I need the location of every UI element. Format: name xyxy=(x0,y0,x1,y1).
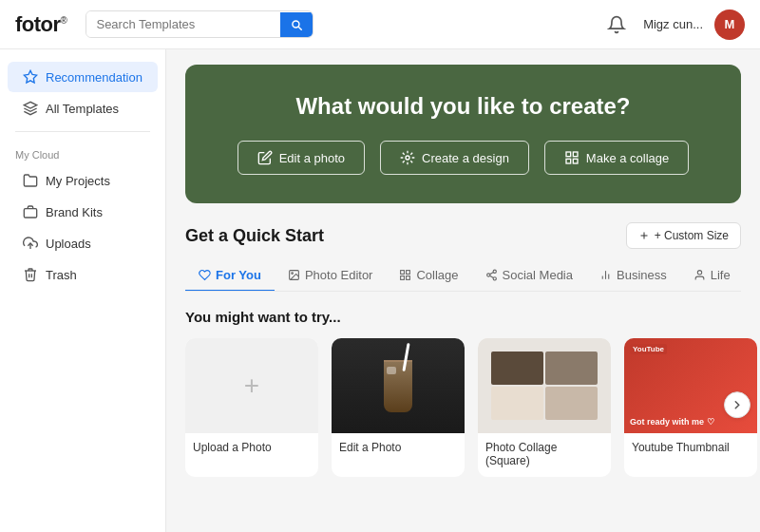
drink-illustration xyxy=(332,338,465,433)
card-image-drink xyxy=(332,338,465,433)
card-image-youtube: YouTube Got ready with me ♡ xyxy=(624,338,757,433)
tabs-bar: For You Photo Editor Collage Social Medi… xyxy=(185,260,741,292)
star-icon xyxy=(23,69,38,85)
layers-icon xyxy=(23,101,38,116)
collage-cell-4 xyxy=(545,387,598,420)
collage-cell-3 xyxy=(491,387,543,420)
edit-photo-label: Edit a photo xyxy=(279,151,345,165)
drink-ice xyxy=(387,367,396,374)
card-label-collage: Photo Collage (Square) xyxy=(478,433,611,477)
main-layout: Recommendation All Templates My Cloud My… xyxy=(0,49,760,532)
collage-cell-1 xyxy=(491,352,543,385)
quick-start-header: Get a Quick Start + Custom Size xyxy=(185,222,741,249)
svg-rect-6 xyxy=(573,152,578,157)
user-name: Migz cun... xyxy=(643,17,703,31)
sidebar-item-label: Recommendation xyxy=(46,70,142,85)
card-edit-photo[interactable]: Edit a Photo xyxy=(332,338,465,477)
hero-buttons: Edit a photo Create a design Make a coll… xyxy=(223,141,703,175)
make-collage-button[interactable]: Make a collage xyxy=(544,141,689,175)
svg-point-18 xyxy=(486,274,489,276)
card-label-upload: Upload a Photo xyxy=(185,433,318,464)
sidebar-item-label: My Projects xyxy=(46,174,110,188)
youtube-logo: YouTube xyxy=(630,344,667,354)
card-collage[interactable]: Photo Collage (Square) xyxy=(478,338,611,477)
svg-line-21 xyxy=(489,273,493,275)
card-image-collage xyxy=(478,338,611,433)
avatar[interactable]: M xyxy=(714,10,745,40)
yt-text: Got ready with me ♡ xyxy=(630,417,751,428)
tab-label: Photo Editor xyxy=(305,268,373,282)
search-button[interactable] xyxy=(280,12,313,37)
cards-row: + Upload a Photo Edit a Photo xyxy=(185,338,741,477)
sidebar-item-label: All Templates xyxy=(46,102,119,116)
drink-straw xyxy=(402,342,409,370)
main-content: What would you like to create? Edit a ph… xyxy=(166,49,760,532)
hero-section: What would you like to create? Edit a ph… xyxy=(185,65,741,203)
svg-rect-13 xyxy=(401,271,405,275)
svg-rect-15 xyxy=(401,276,405,280)
svg-point-17 xyxy=(493,270,496,273)
hero-title: What would you like to create? xyxy=(223,93,703,120)
upload-icon xyxy=(23,236,38,251)
create-design-button[interactable]: Create a design xyxy=(380,141,529,175)
logo: fotor® xyxy=(15,12,66,37)
sidebar-item-label: Uploads xyxy=(46,237,91,251)
tab-for-you[interactable]: For You xyxy=(185,260,275,292)
quick-start-title: Get a Quick Start xyxy=(185,226,324,246)
search-bar xyxy=(86,10,314,38)
svg-marker-1 xyxy=(24,102,36,108)
folder-icon xyxy=(23,173,38,188)
briefcase-icon xyxy=(23,204,38,219)
svg-point-4 xyxy=(406,156,409,160)
tab-social-media[interactable]: Social Media xyxy=(472,260,586,292)
sidebar-item-label: Brand Kits xyxy=(46,205,103,219)
svg-rect-14 xyxy=(407,271,410,275)
plus-icon: + xyxy=(244,370,259,401)
search-input[interactable] xyxy=(86,11,280,37)
svg-rect-2 xyxy=(24,209,36,218)
custom-size-label: + Custom Size xyxy=(655,229,729,242)
header: fotor® Migz cun... M xyxy=(0,0,760,49)
sidebar-section-label: My Cloud xyxy=(0,140,165,164)
card-upload-photo[interactable]: + Upload a Photo xyxy=(185,338,318,477)
tab-collage[interactable]: Collage xyxy=(386,260,471,292)
collage-grid xyxy=(484,344,605,428)
tab-label: Business xyxy=(617,268,667,282)
tab-photo-editor[interactable]: Photo Editor xyxy=(275,260,387,292)
svg-point-12 xyxy=(292,273,294,275)
trash-icon xyxy=(23,267,38,282)
sidebar-item-all-templates[interactable]: All Templates xyxy=(8,93,158,124)
svg-rect-5 xyxy=(566,152,571,157)
edit-photo-button[interactable]: Edit a photo xyxy=(238,141,365,175)
card-label-drink: Edit a Photo xyxy=(332,433,465,464)
tab-label: Life xyxy=(711,268,731,282)
sidebar-item-my-projects[interactable]: My Projects xyxy=(8,165,158,196)
sidebar-item-trash[interactable]: Trash xyxy=(8,259,158,290)
make-collage-label: Make a collage xyxy=(586,151,669,165)
cards-section-title: You might want to try... xyxy=(185,309,741,325)
svg-marker-0 xyxy=(24,70,36,83)
sidebar-item-brand-kits[interactable]: Brand Kits xyxy=(8,197,158,227)
card-label-youtube: Youtube Thumbnail xyxy=(624,433,757,464)
sidebar-divider xyxy=(15,131,150,132)
tab-label: Collage xyxy=(416,268,458,282)
tab-life[interactable]: Life xyxy=(680,260,741,292)
custom-size-button[interactable]: + Custom Size xyxy=(626,222,741,249)
tab-label: Social Media xyxy=(503,268,573,282)
create-design-label: Create a design xyxy=(422,151,509,165)
svg-point-25 xyxy=(697,271,701,275)
svg-rect-16 xyxy=(407,276,410,280)
next-arrow-button[interactable] xyxy=(724,391,750,418)
sidebar-item-uploads[interactable]: Uploads xyxy=(8,228,158,258)
collage-cell-2 xyxy=(545,352,598,385)
svg-rect-7 xyxy=(566,159,571,163)
tab-business[interactable]: Business xyxy=(586,260,680,292)
card-image-upload: + xyxy=(185,338,318,433)
sidebar-item-label: Trash xyxy=(46,268,77,282)
sidebar: Recommendation All Templates My Cloud My… xyxy=(0,49,166,532)
svg-line-20 xyxy=(489,276,493,277)
yt-card-design: YouTube Got ready with me ♡ xyxy=(624,338,757,433)
sidebar-item-recommendation[interactable]: Recommendation xyxy=(8,62,158,92)
tab-label: For You xyxy=(216,268,261,282)
notification-icon[interactable] xyxy=(601,10,632,40)
